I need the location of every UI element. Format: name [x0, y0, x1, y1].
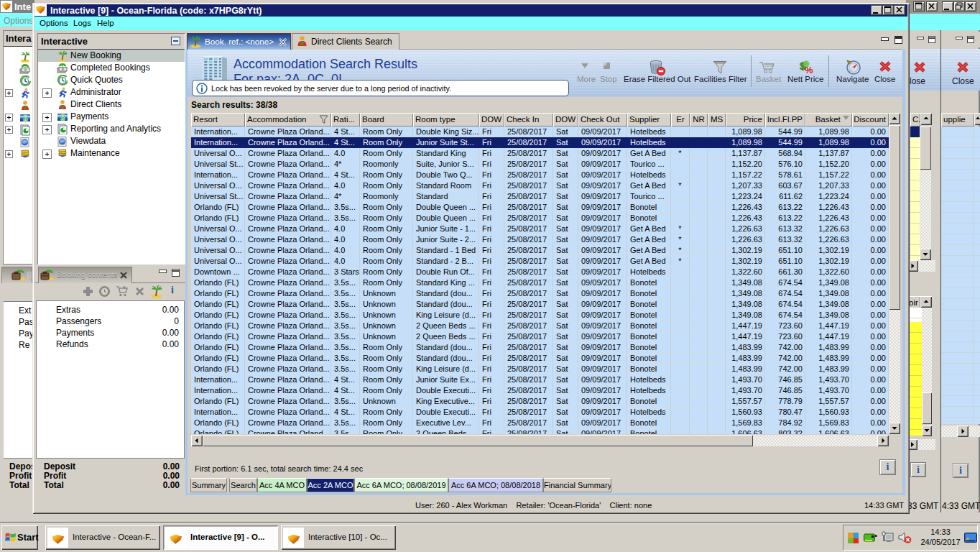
svg-text:%: %: [805, 65, 813, 75]
